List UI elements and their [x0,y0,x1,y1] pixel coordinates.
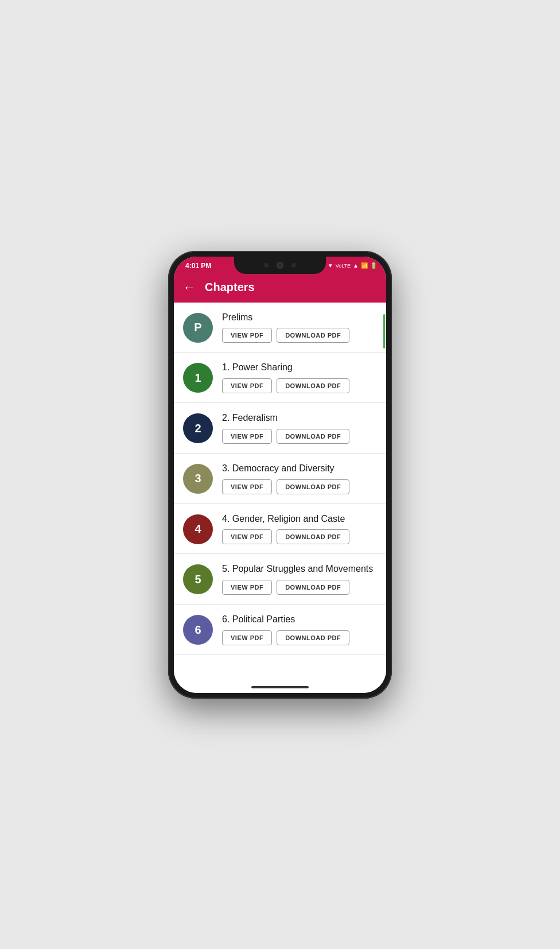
view-pdf-button-2[interactable]: VIEW PDF [222,429,272,444]
chapter-avatar-4: 4 [183,514,213,544]
chapter-content-3: 3. Democracy and Diversity VIEW PDF DOWN… [222,463,377,494]
chapter-avatar-P: P [183,313,213,343]
view-pdf-button-5[interactable]: VIEW PDF [222,580,272,595]
chapter-buttons-1: VIEW PDF DOWNLOAD PDF [222,378,377,393]
status-time: 4:01 PM [185,262,211,270]
download-pdf-button-4[interactable]: DOWNLOAD PDF [277,529,349,544]
download-pdf-button-P[interactable]: DOWNLOAD PDF [277,328,349,343]
chapter-title-2: 2. Federalism [222,412,377,424]
chapter-title-6: 6. Political Parties [222,614,377,626]
phone-frame: 4:01 PM 🛡 P ▲ ▼ VoLTE ▲ 📶 🔋 ← Chapters P [168,251,392,699]
chapter-title-3: 3. Democracy and Diversity [222,463,377,475]
signal-bars-icon: 📶 [361,262,368,269]
chapter-buttons-4: VIEW PDF DOWNLOAD PDF [222,529,377,544]
chapter-avatar-6: 6 [183,615,213,645]
phone-screen: 4:01 PM 🛡 P ▲ ▼ VoLTE ▲ 📶 🔋 ← Chapters P [174,257,386,693]
battery-icon: 🔋 [370,262,377,269]
back-button[interactable]: ← [183,280,196,295]
volte-icon: VoLTE [336,263,351,269]
chapter-content-2: 2. Federalism VIEW PDF DOWNLOAD PDF [222,412,377,444]
chapters-list: P Prelims VIEW PDF DOWNLOAD PDF 1 1. Pow… [174,303,386,681]
home-bar [174,681,386,693]
notch-camera [277,262,283,269]
chapter-item: 2 2. Federalism VIEW PDF DOWNLOAD PDF [174,403,386,454]
chapter-title-5: 5. Popular Struggles and Movements [222,563,377,575]
notch-sensor-2 [291,263,296,268]
download-pdf-button-1[interactable]: DOWNLOAD PDF [277,378,349,393]
chapter-buttons-2: VIEW PDF DOWNLOAD PDF [222,429,377,444]
wifi-fill-icon: ▼ [328,262,333,269]
phone-notch [234,257,326,274]
chapter-avatar-1: 1 [183,363,213,393]
chapter-content-6: 6. Political Parties VIEW PDF DOWNLOAD P… [222,614,377,645]
chapter-item: P Prelims VIEW PDF DOWNLOAD PDF [174,303,386,353]
scroll-indicator [383,314,385,348]
signal-icon: ▲ [353,262,359,269]
chapter-item: 3 3. Democracy and Diversity VIEW PDF DO… [174,454,386,504]
chapter-avatar-3: 3 [183,464,213,494]
header-title: Chapters [205,281,255,294]
chapter-buttons-3: VIEW PDF DOWNLOAD PDF [222,479,377,494]
view-pdf-button-P[interactable]: VIEW PDF [222,328,272,343]
chapter-content-1: 1. Power Sharing VIEW PDF DOWNLOAD PDF [222,362,377,393]
notch-sensor [264,263,269,268]
download-pdf-button-6[interactable]: DOWNLOAD PDF [277,630,349,645]
view-pdf-button-6[interactable]: VIEW PDF [222,630,272,645]
chapter-buttons-5: VIEW PDF DOWNLOAD PDF [222,580,377,595]
chapter-buttons-P: VIEW PDF DOWNLOAD PDF [222,328,377,343]
home-indicator [251,686,309,688]
chapter-avatar-5: 5 [183,564,213,594]
view-pdf-button-4[interactable]: VIEW PDF [222,529,272,544]
chapter-content-P: Prelims VIEW PDF DOWNLOAD PDF [222,312,377,343]
download-pdf-button-3[interactable]: DOWNLOAD PDF [277,479,349,494]
download-pdf-button-5[interactable]: DOWNLOAD PDF [277,580,349,595]
chapter-buttons-6: VIEW PDF DOWNLOAD PDF [222,630,377,645]
chapter-item: 5 5. Popular Struggles and Movements VIE… [174,554,386,605]
chapter-item: 6 6. Political Parties VIEW PDF DOWNLOAD… [174,605,386,655]
view-pdf-button-1[interactable]: VIEW PDF [222,378,272,393]
chapter-item: 1 1. Power Sharing VIEW PDF DOWNLOAD PDF [174,353,386,403]
download-pdf-button-2[interactable]: DOWNLOAD PDF [277,429,349,444]
chapter-title-P: Prelims [222,312,377,324]
chapter-title-1: 1. Power Sharing [222,362,377,374]
chapter-avatar-2: 2 [183,413,213,443]
view-pdf-button-3[interactable]: VIEW PDF [222,479,272,494]
chapter-item: 4 4. Gender, Religion and Caste VIEW PDF… [174,504,386,555]
chapter-title-4: 4. Gender, Religion and Caste [222,513,377,525]
app-header: ← Chapters [174,273,386,303]
chapter-content-5: 5. Popular Struggles and Movements VIEW … [222,563,377,595]
chapter-content-4: 4. Gender, Religion and Caste VIEW PDF D… [222,513,377,545]
